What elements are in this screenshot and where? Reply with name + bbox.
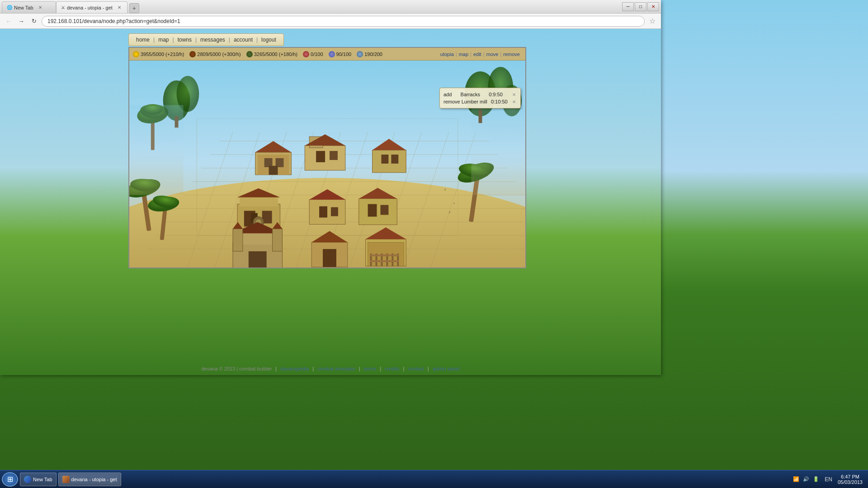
svg-rect-58 [240, 197, 278, 206]
resource-morale: 90/100 [329, 51, 352, 57]
queue-close-1[interactable]: ✕ [511, 92, 517, 97]
footer-davanapedia[interactable]: davanapedia [280, 366, 309, 371]
tabs-area: 🌐 New Tab ✕ ⚔ devana - utopia - get ✕ + [2, 0, 622, 13]
back-button[interactable]: ← [4, 16, 14, 26]
footer-sep1: | [275, 366, 277, 371]
svg-rect-76 [233, 229, 243, 251]
svg-rect-83 [323, 249, 336, 267]
svg-rect-95 [129, 105, 183, 195]
taskbar-chrome[interactable]: New Tab [20, 473, 57, 486]
queue-time-2: 0:10:50 [491, 99, 508, 104]
nav-towns[interactable]: towns [174, 36, 195, 44]
svg-rect-78 [273, 229, 283, 251]
footer-combat-sim[interactable]: combat simulator [317, 366, 355, 371]
forward-button[interactable]: → [16, 16, 26, 26]
page-content: home | map | towns | messages | account … [0, 29, 661, 375]
tray-battery-icon: 🔋 [813, 476, 819, 482]
action-utopia[interactable]: utopia [439, 52, 456, 57]
svg-rect-80 [249, 251, 267, 267]
titlebar: 🌐 New Tab ✕ ⚔ devana - utopia - get ✕ + … [0, 0, 661, 14]
pop-value: 0/100 [311, 52, 323, 57]
start-button[interactable]: ⊞ [2, 472, 18, 487]
svg-rect-53 [373, 150, 406, 173]
new-tab-button[interactable]: + [129, 3, 139, 13]
svg-rect-72 [380, 205, 388, 215]
svg-rect-68 [331, 207, 338, 216]
start-icon: ⊞ [7, 475, 13, 483]
svg-rect-96 [472, 105, 525, 195]
system-tray: 📶 🔊 🔋 EN 6:47 PM 05/03/2013 [789, 474, 866, 485]
footer-sep4: | [380, 366, 381, 371]
taskbar-devana[interactable]: devana - utopia - get [58, 473, 121, 486]
tab2-favicon: ⚔ [61, 5, 65, 10]
nav-messages[interactable]: messages [197, 36, 229, 44]
tray-network-icon: 📶 [793, 476, 799, 482]
svg-rect-51 [316, 151, 325, 162]
devana-icon [62, 476, 70, 483]
taskbar-devana-label: devana - utopia - get [71, 477, 117, 482]
queue-close-2[interactable]: ✕ [511, 99, 517, 104]
svg-rect-67 [319, 206, 327, 218]
footer-links: devana © 2013 | combat builder | davanap… [201, 366, 459, 371]
svg-rect-69 [359, 199, 397, 225]
morale-icon [329, 51, 335, 57]
queue-action-1: add [443, 92, 452, 97]
footer-terms[interactable]: terms [364, 366, 377, 371]
resource-population: 0/100 [303, 51, 323, 57]
food-value: 2809/5000 (+300/h) [197, 52, 241, 57]
nav-home[interactable]: home [132, 36, 153, 44]
resource-magic: 190/200 [357, 51, 382, 57]
window-controls: ─ □ ✕ [622, 2, 659, 11]
queue-item-1: add Barracks 0:9:50 ✕ [443, 91, 517, 98]
footer-contact[interactable]: contact [408, 366, 424, 371]
nav-account[interactable]: account [230, 36, 256, 44]
address-input[interactable] [42, 16, 645, 27]
queue-item-2: remove Lumber mill 0:10:50 ✕ [443, 98, 517, 105]
morale-value: 90/100 [336, 52, 352, 57]
tab1-favicon: 🌐 [7, 5, 12, 10]
browser-window: 🌐 New Tab ✕ ⚔ devana - utopia - get ✕ + … [0, 0, 661, 375]
tab-new[interactable]: 🌐 New Tab ✕ [2, 1, 56, 13]
game-topbar: 3955/5000 (+210/h) 2809/5000 (+300/h) 32… [129, 48, 525, 61]
addressbar: ← → ↻ ☆ [0, 14, 661, 29]
action-map[interactable]: map [457, 52, 470, 57]
minimize-button[interactable]: ─ [622, 2, 634, 11]
resource-food: 2809/5000 (+300/h) [189, 51, 241, 57]
magic-value: 190/200 [364, 52, 382, 57]
queue-time-1: 0:9:50 [489, 92, 503, 97]
close-button[interactable]: ✕ [647, 2, 659, 11]
svg-rect-55 [381, 155, 388, 164]
chrome-icon [24, 476, 31, 483]
action-edit[interactable]: edit [472, 52, 483, 57]
refresh-button[interactable]: ↻ [29, 16, 39, 26]
date-display: 05/03/2013 [838, 479, 863, 485]
svg-rect-56 [391, 155, 398, 164]
gold-icon [133, 51, 139, 57]
restore-button[interactable]: □ [635, 2, 646, 11]
action-remove[interactable]: remove [501, 52, 522, 57]
game-action-links: utopia | map | edit | move | remove [439, 52, 522, 57]
resource-gold: 3955/5000 (+210/h) [133, 51, 184, 57]
desktop: 🌐 New Tab ✕ ⚔ devana - utopia - get ✕ + … [0, 0, 868, 488]
taskbar: ⊞ New Tab devana - utopia - get 📶 🔊 🔋 EN… [0, 470, 868, 488]
footer-admin[interactable]: admin panel [433, 366, 460, 371]
footer-sep5: | [403, 366, 404, 371]
tab2-label: devana - utopia - get [67, 5, 113, 10]
game-frame: 3955/5000 (+210/h) 2809/5000 (+300/h) 32… [128, 47, 526, 268]
nav-logout[interactable]: logout [258, 36, 280, 44]
footer-credits[interactable]: credits [385, 366, 399, 371]
navbar: home | map | towns | messages | account … [128, 33, 284, 46]
svg-rect-94 [370, 260, 399, 262]
queue-action-2: remove Lumber mill [443, 99, 487, 104]
wood-value: 3265/5000 (+180/h) [254, 52, 297, 57]
tab-devana[interactable]: ⚔ devana - utopia - get ✕ [56, 1, 127, 13]
wood-icon [246, 51, 253, 57]
bookmark-star[interactable]: ☆ [647, 17, 657, 25]
svg-rect-93 [370, 254, 399, 256]
language-indicator[interactable]: EN [823, 476, 834, 483]
tab1-close[interactable]: ✕ [37, 5, 43, 11]
action-move[interactable]: move [485, 52, 500, 57]
tab2-close[interactable]: ✕ [116, 5, 123, 11]
game-world[interactable]: 𝙧 𝙧 𝙧 add Barracks 0:9:50 ✕ re [129, 61, 525, 267]
nav-map[interactable]: map [155, 36, 172, 44]
